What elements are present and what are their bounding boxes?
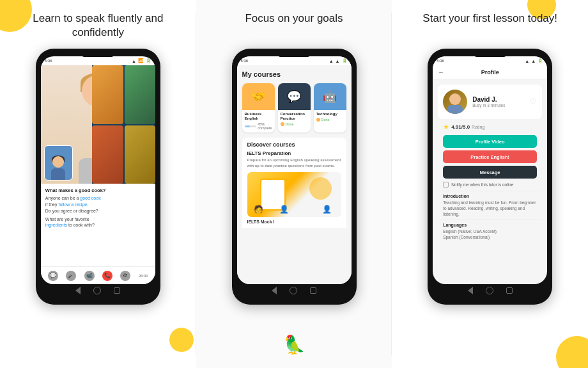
course-name-1: Business English [245,112,272,121]
profile-video-btn[interactable]: Profile Video [443,135,537,148]
profile-status: Busy in 3 minutes [472,103,525,108]
course-info-2: Conversation Practice Done [278,110,311,129]
col-2-title: Focus on your goals [245,12,343,40]
signal-icon-1: 📶 [138,58,144,63]
course-img-1: 🤝 [242,83,275,110]
action-buttons: Profile Video Practice English! Message [438,135,542,179]
done-label-2: Done [286,122,294,126]
done-label-3: Done [321,118,330,122]
discover-item-desc: Prepare for an upcoming English speaking… [247,157,341,168]
col-1-title: Learn to speak fluently and confidently [6,12,190,40]
nav-back-2[interactable] [272,287,277,294]
food-items-grid [92,65,155,184]
course-card-2[interactable]: 💬 Conversation Practice Done [278,83,311,132]
toucan-decoration: 🦜 [283,334,306,355]
col-3: Start your first lesson today! 5:36 ▲ ▲ … [392,0,588,368]
phone-1: 5:36 ▲ 📶 🔋 [36,49,160,305]
course-card-1[interactable]: 🤝 Business English 45% complete [242,83,275,132]
chat-section: What makes a good cook? Anyone can be a … [41,184,155,266]
avatar-container [443,90,467,114]
mic-btn[interactable]: 🎤 [66,271,76,281]
profile-name: David J. [472,96,525,103]
stick-figure-3: 👤 [322,205,332,214]
course-name-2: Conversation Practice [281,112,308,121]
discover-item-title: IELTS Preparation [247,150,341,156]
progress-bar-inner-1 [245,125,250,127]
nav-home-3[interactable] [486,287,493,294]
profile-header-title: Profile [481,69,499,76]
course-cards: 🤝 Business English 45% complete [242,83,346,132]
main-layout: Learn to speak fluently and confidently … [0,0,588,368]
chat-text-2: What are your favorite ingredients to co… [45,216,151,229]
man-face [52,156,64,168]
wifi-icon-2: ▲ [329,59,334,63]
progress-bar-outer-1 [245,125,257,127]
discover-title: Discover courses [247,141,341,148]
col-3-title: Start your first lesson today! [422,12,557,40]
back-button[interactable]: ← [438,68,444,76]
profile-content: David J. Busy in 3 minutes ♡ ★ 4.91/5.0 … [433,79,547,243]
status-bar-1: 5:36 ▲ 📶 🔋 [41,56,155,65]
nav-recents-2[interactable] [310,287,316,294]
phone-1-notch [82,52,114,57]
intro-section: Introduction Teaching and learning must … [438,191,542,220]
notify-row: Notify me when this tutor is online [438,182,542,188]
notify-checkbox[interactable] [443,182,449,188]
nav-recents[interactable] [114,287,120,294]
course-info-3: Technology Done [314,110,346,124]
clock-btn[interactable]: ⏱ [120,271,130,281]
nav-back[interactable] [75,287,81,294]
phone-2: 5:36 ▲ ▲ 🔋 My courses 🤝 [232,49,357,305]
wifi-icon-1: ▲ [132,59,136,63]
chat-text-1: Anyone can be a good cook if they follow… [45,195,151,214]
course-img-2: 💬 [278,83,311,110]
col-2: Focus on your goals 5:36 ▲ ▲ 🔋 My course… [196,0,392,368]
video-top [41,65,155,184]
battery-icon-1: 🔋 [146,58,151,63]
message-btn[interactable]: Message [443,166,537,179]
nav-home-2[interactable] [290,287,297,294]
call-controls: 💬 🎤 📹 📞 ⏱ 36:00 [41,266,155,284]
phone-nav-3 [433,284,547,297]
intro-text: Teaching and learning must be fun. From … [443,200,537,217]
nav-back-3[interactable] [468,287,473,294]
phone-3: 5:36 ▲ ▲ 🔋 ← Profile [428,49,552,305]
man-figure [49,154,68,180]
discover-section: Discover courses IELTS Preparation Prepa… [242,138,346,228]
status-bar-2: 5:36 ▲ ▲ 🔋 [237,56,352,65]
discover-sub-label: IELTS Mock I [247,220,341,224]
avatar [443,90,467,114]
end-call-btn[interactable]: 📞 [102,271,112,281]
profile-name-section: David J. Busy in 3 minutes [472,96,525,108]
practice-btn[interactable]: Practice English! [443,150,537,163]
phone-1-screen: 5:36 ▲ 📶 🔋 [41,56,155,284]
intro-label: Introduction [443,194,537,198]
phone-3-notch [474,52,506,57]
status-time-3: 5:36 [437,59,444,63]
phone-2-screen: 5:36 ▲ ▲ 🔋 My courses 🤝 [237,56,352,284]
battery-icon-2: 🔋 [342,58,348,63]
nav-recents-3[interactable] [506,287,513,294]
chat-btn[interactable]: 💬 [48,271,58,281]
course-card-3[interactable]: 🤖 Technology Done [314,83,346,132]
profile-header-bar: ← Profile [433,65,547,79]
rating-label: Rating [472,125,484,129]
star-icon: ★ [443,123,449,131]
course-progress-1: 45% complete [245,122,272,130]
profile-top-card: David J. Busy in 3 minutes ♡ [438,84,542,119]
illustration-circle [309,177,332,200]
languages-label: Languages [443,223,537,227]
nav-home[interactable] [93,287,101,294]
video-small-overlay [44,145,73,180]
man-body [51,168,65,180]
video-btn[interactable]: 📹 [84,271,95,281]
rating-value: 4.91/5.0 [451,124,470,130]
chat-question: What makes a good cook? [45,188,151,193]
done-dot-3 [316,118,320,122]
discover-illustration: 🧑 👤 👤 [247,172,341,217]
languages-section: Languages English (Native; USA Accent)Sp… [438,220,542,243]
heart-icon[interactable]: ♡ [530,97,537,106]
phone-nav-2 [237,284,352,297]
notify-label: Notify me when this tutor is online [451,182,513,187]
courses-screen: My courses 🤝 Business English [237,65,352,284]
